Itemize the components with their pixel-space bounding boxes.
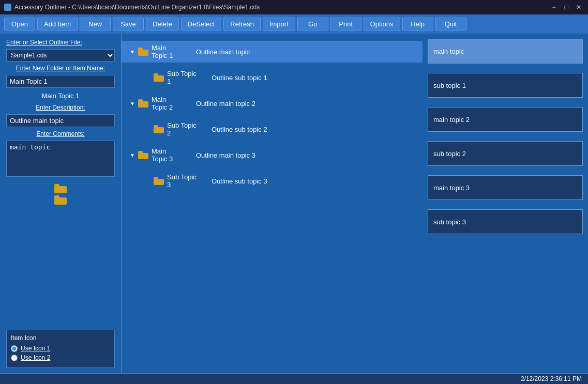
main-area: Enter or Select Outline File: Sample1.cd… — [0, 34, 588, 373]
use-icon-1-option[interactable]: Use Icon 1 — [11, 345, 110, 352]
info-box-main1[interactable]: main topic — [428, 39, 583, 64]
info-value-main3: main topic 3 — [433, 184, 470, 192]
folder-icon-1[interactable] — [54, 184, 67, 193]
tree-desc-sub2: Outline sub topic 2 — [212, 126, 267, 133]
tree-row-sub2[interactable]: Sub Topic2 Outline sub topic 2 — [137, 118, 423, 140]
info-panel: main topic sub topic 1 main topic 2 sub … — [423, 34, 588, 373]
arrow-main2: ▼ — [130, 101, 135, 106]
file-dropdown[interactable]: Sample1.cds — [6, 49, 115, 62]
info-box-sub1[interactable]: sub topic 1 — [428, 73, 583, 98]
comments-label[interactable]: Enter Comments: — [6, 130, 115, 137]
arrow-main1: ▼ — [130, 49, 135, 55]
options-button[interactable]: Options — [364, 18, 400, 30]
folder-name-label[interactable]: Enter New Folder or Item Name: — [6, 65, 115, 72]
titlebar-left: Accessory Outliner - C:\Users\bcars\Docu… — [4, 4, 260, 11]
refresh-button[interactable]: Refresh — [223, 18, 261, 30]
tree-desc-main3: Outline main topic 3 — [196, 151, 255, 159]
titlebar-title: Accessory Outliner - C:\Users\bcars\Docu… — [14, 4, 260, 11]
tree-name-sub1: Sub Topic1 — [167, 70, 208, 85]
toolbar: Open Add Item New Save Delete DeSelect R… — [0, 14, 588, 34]
description-input[interactable]: Outline main topic — [6, 114, 115, 127]
statusbar: 2/12/2023 2:36:11 PM — [0, 373, 588, 384]
tree-row-main1[interactable]: ▼ MainTopic 1 Outline main topic — [122, 41, 423, 63]
folder-name-input[interactable]: Main Topic 1 — [6, 75, 115, 88]
outline-file-label[interactable]: Enter or Select Outline File: — [6, 39, 115, 46]
tree-name-sub2: Sub Topic2 — [167, 121, 208, 137]
tree-desc-main1: Outline main topic — [196, 48, 250, 56]
add-item-button[interactable]: Add Item — [37, 18, 78, 30]
info-box-main3[interactable]: main topic 3 — [428, 175, 583, 200]
tree-row-sub1[interactable]: Sub Topic1 Outline sub topic 1 — [137, 67, 423, 88]
folder-icon-sub1 — [154, 73, 164, 82]
spacer-5 — [428, 201, 583, 208]
info-box-sub3[interactable]: sub topic 3 — [428, 209, 583, 234]
comments-textarea[interactable]: main topic — [6, 141, 115, 177]
description-label: Enter Description: — [6, 104, 115, 111]
spacer-4 — [428, 167, 583, 174]
help-button[interactable]: Help — [402, 18, 433, 30]
close-button[interactable]: ✕ — [574, 3, 584, 11]
import-button[interactable]: Import — [263, 18, 295, 30]
spacer-2 — [428, 99, 583, 106]
use-icon-1-label: Use Icon 1 — [21, 345, 50, 352]
app-icon — [4, 4, 11, 11]
print-button[interactable]: Print — [330, 18, 361, 30]
tree-item-main1[interactable]: ▼ MainTopic 1 Outline main topic — [122, 39, 423, 65]
folder-icon-main1 — [138, 48, 148, 56]
folder-icon-sub3 — [154, 177, 164, 185]
content-area: ▼ MainTopic 1 Outline main topic Sub Top… — [122, 34, 588, 373]
tree-panel: ▼ MainTopic 1 Outline main topic Sub Top… — [122, 34, 423, 373]
info-value-main1: main topic — [433, 48, 464, 55]
tree-desc-sub3: Outline sub topic 3 — [212, 177, 267, 185]
folder-icons-area — [6, 180, 115, 209]
deselect-button[interactable]: DeSelect — [181, 18, 222, 30]
titlebar: Accessory Outliner - C:\Users\bcars\Docu… — [0, 0, 588, 14]
go-button[interactable]: Go — [297, 18, 328, 30]
folder-icon-main3 — [138, 151, 148, 159]
new-button[interactable]: New — [80, 18, 111, 30]
folder-icon-sub2 — [154, 125, 164, 133]
tree-desc-sub1: Outline sub topic 1 — [212, 74, 267, 82]
use-icon-2-option[interactable]: Use Icon 2 — [11, 354, 110, 361]
tree-name-main1: MainTopic 1 — [152, 44, 193, 59]
info-box-sub2[interactable]: sub topic 2 — [428, 141, 583, 166]
file-select-row: Sample1.cds — [6, 49, 115, 62]
tree-item-sub1[interactable]: Sub Topic1 Outline sub topic 1 — [122, 65, 423, 90]
sidebar: Enter or Select Outline File: Sample1.cd… — [0, 34, 122, 373]
arrow-main3: ▼ — [130, 152, 135, 158]
tree-item-main2[interactable]: ▼ MainTopic 2 Outline main topic 2 — [122, 90, 423, 116]
tree-row-main2[interactable]: ▼ MainTopic 2 Outline main topic 2 — [122, 93, 423, 114]
tree-item-sub3[interactable]: Sub Topic3 Outline sub topic 3 — [122, 168, 423, 194]
tree-item-sub2[interactable]: Sub Topic2 Outline sub topic 2 — [122, 116, 423, 142]
info-value-main2: main topic 2 — [433, 116, 470, 124]
use-icon-2-label: Use Icon 2 — [21, 354, 50, 361]
maximize-button[interactable]: □ — [561, 3, 571, 11]
static-name: Main Topic 1 — [6, 91, 115, 101]
info-value-sub3: sub topic 3 — [433, 218, 466, 226]
info-value-sub1: sub topic 1 — [433, 82, 466, 89]
use-icon-2-radio[interactable] — [11, 355, 18, 361]
datetime: 2/12/2023 2:36:11 PM — [521, 375, 582, 382]
tree-desc-main2: Outline main topic 2 — [196, 100, 255, 107]
use-icon-1-radio[interactable] — [11, 345, 18, 352]
spacer-3 — [428, 133, 583, 140]
tree-name-sub3: Sub Topic3 — [167, 173, 208, 189]
info-value-sub2: sub topic 2 — [433, 150, 466, 158]
open-button[interactable]: Open — [4, 18, 35, 30]
tree-row-main3[interactable]: ▼ MainTopic 3 Outline main topic 3 — [122, 144, 423, 166]
info-box-main2[interactable]: main topic 2 — [428, 107, 583, 132]
save-button[interactable]: Save — [113, 18, 144, 30]
minimize-button[interactable]: − — [549, 3, 559, 11]
spacer-1 — [428, 65, 583, 72]
tree-name-main3: MainTopic 3 — [152, 147, 193, 163]
quit-button[interactable]: Quit — [435, 18, 466, 30]
item-icon-group: Item Icon Use Icon 1 Use Icon 2 — [6, 330, 115, 368]
tree-row-sub3[interactable]: Sub Topic3 Outline sub topic 3 — [137, 170, 423, 192]
tree-item-main3[interactable]: ▼ MainTopic 3 Outline main topic 3 — [122, 142, 423, 168]
delete-button[interactable]: Delete — [146, 18, 179, 30]
tree-name-main2: MainTopic 2 — [152, 96, 193, 111]
titlebar-controls: − □ ✕ — [549, 3, 584, 11]
item-icon-title: Item Icon — [11, 334, 110, 342]
folder-icon-main2 — [138, 99, 148, 107]
folder-icon-2[interactable] — [54, 195, 67, 205]
